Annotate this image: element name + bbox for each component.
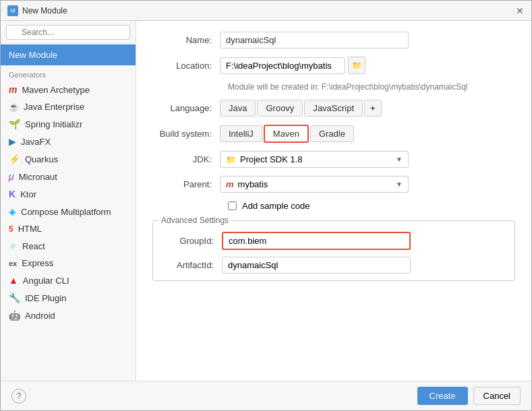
parent-label: Parent: — [152, 179, 220, 189]
lang-java-button[interactable]: Java — [220, 100, 256, 117]
lang-groovy-button[interactable]: Groovy — [257, 100, 303, 117]
react-icon: ⚛ — [9, 241, 18, 251]
close-button[interactable]: ✕ — [515, 6, 525, 15]
sidebar-item-label: Android — [25, 311, 55, 321]
maven-badge-icon: m — [226, 179, 234, 189]
java-icon: ☕ — [9, 102, 19, 112]
javafx-icon: ▶ — [9, 136, 16, 147]
build-button-group: IntelliJ Maven Gradle — [220, 125, 354, 143]
dialog-title: New Module — [22, 6, 67, 15]
groupid-input[interactable] — [222, 232, 411, 250]
browse-folder-button[interactable]: 📁 — [348, 57, 365, 74]
help-button[interactable]: ? — [11, 389, 26, 404]
sidebar-item-label: Ktor — [20, 189, 36, 199]
sidebar-item-label: Maven Archetype — [22, 85, 89, 95]
sidebar-item-compose-multiplatform[interactable]: ◈ Compose Multiplatform — [1, 203, 136, 220]
jdk-select[interactable]: 📁 Project SDK 1.8 ▼ — [220, 151, 409, 168]
advanced-settings-section: Advanced Settings GroupId: ArtifactId: — [152, 220, 515, 281]
build-maven-button[interactable]: Maven — [264, 125, 309, 143]
express-icon: ex — [9, 259, 17, 267]
sidebar-item-label: React — [22, 241, 45, 251]
maven-icon: m — [9, 84, 17, 95]
sidebar-item-label: Quarkus — [25, 154, 58, 164]
parent-dropdown-icon: ▼ — [396, 181, 403, 188]
title-bar: IJ New Module ✕ — [1, 1, 531, 21]
sidebar-item-label: Spring Initializr — [25, 119, 82, 129]
folder-icon: 📁 — [226, 155, 236, 164]
build-intellij-button[interactable]: IntelliJ — [220, 125, 262, 142]
right-panel: Name: Location: 📁 Module will be created… — [136, 21, 531, 381]
generators-label: Generators — [1, 65, 136, 81]
footer-actions: Create Cancel — [417, 387, 521, 405]
cancel-button[interactable]: Cancel — [473, 387, 521, 405]
sidebar-item-android[interactable]: 🤖 Android — [1, 307, 136, 324]
sidebar-item-label: HTML — [18, 224, 42, 234]
build-gradle-button[interactable]: Gradle — [310, 125, 354, 142]
name-input[interactable] — [220, 32, 409, 49]
sidebar-item-ktor[interactable]: K Ktor — [1, 185, 136, 203]
sidebar-item-maven-archetype[interactable]: m Maven Archetype — [1, 81, 136, 98]
name-label: Name: — [152, 35, 220, 45]
sidebar-item-quarkus[interactable]: ⚡ Quarkus — [1, 150, 136, 168]
dialog-footer: ? Create Cancel — [1, 381, 531, 410]
spring-icon: 🌱 — [9, 119, 20, 129]
app-icon: IJ — [7, 5, 18, 16]
android-icon: 🤖 — [9, 310, 20, 321]
artifactid-input[interactable] — [222, 257, 411, 274]
sidebar-item-javafx[interactable]: ▶ JavaFX — [1, 133, 136, 150]
language-button-group: Java Groovy JavaScript + — [220, 100, 382, 117]
language-label: Language: — [152, 103, 220, 113]
html-icon: 5 — [9, 224, 13, 234]
search-box — [1, 21, 136, 44]
ktor-icon: K — [9, 189, 16, 199]
sidebar-item-label: Angular CLI — [23, 276, 69, 286]
jdk-row: JDK: 📁 Project SDK 1.8 ▼ — [152, 151, 515, 168]
parent-select[interactable]: m mybatis ▼ — [220, 176, 409, 193]
advanced-settings-title: Advanced Settings — [158, 216, 231, 225]
new-module-dialog: IJ New Module ✕ New Module Generators m … — [0, 0, 532, 411]
jdk-label: JDK: — [152, 154, 220, 164]
parent-value: mybatis — [238, 179, 268, 189]
sidebar-item-spring-initializr[interactable]: 🌱 Spring Initializr — [1, 115, 136, 133]
ide-icon: 🔧 — [9, 292, 20, 303]
sidebar-item-new-module[interactable]: New Module — [1, 44, 136, 65]
sidebar-item-label: Java Enterprise — [24, 102, 84, 112]
groupid-label: GroupId: — [161, 236, 222, 246]
search-input[interactable] — [6, 25, 130, 40]
sidebar: New Module Generators m Maven Archetype … — [1, 21, 136, 381]
sidebar-item-label: JavaFX — [21, 137, 51, 147]
sidebar-item-label: Micronaut — [19, 172, 57, 182]
add-language-button[interactable]: + — [364, 100, 382, 117]
add-sample-code-checkbox[interactable] — [228, 201, 237, 210]
language-row: Language: Java Groovy JavaScript + — [152, 100, 515, 117]
sidebar-item-react[interactable]: ⚛ React — [1, 237, 136, 255]
sidebar-item-java-enterprise[interactable]: ☕ Java Enterprise — [1, 98, 136, 115]
angular-icon: ▲ — [9, 275, 18, 286]
lang-javascript-button[interactable]: JavaScript — [304, 100, 363, 117]
groupid-row: GroupId: — [161, 232, 506, 250]
sidebar-item-express[interactable]: ex Express — [1, 255, 136, 272]
location-input[interactable] — [220, 57, 345, 74]
sidebar-item-label: Express — [22, 258, 53, 268]
sample-code-row: Add sample code — [228, 201, 515, 211]
artifactid-label: ArtifactId: — [161, 260, 222, 270]
jdk-value: Project SDK 1.8 — [240, 154, 303, 164]
sidebar-item-ide-plugin[interactable]: 🔧 IDE Plugin — [1, 289, 136, 307]
sidebar-item-label: IDE Plugin — [25, 293, 66, 303]
build-label: Build system: — [152, 129, 220, 139]
compose-icon: ◈ — [9, 206, 16, 217]
quarkus-icon: ⚡ — [9, 154, 20, 164]
sidebar-item-html[interactable]: 5 HTML — [1, 220, 136, 237]
sidebar-item-label: Compose Multiplatform — [21, 207, 111, 217]
location-row: Location: 📁 — [152, 57, 515, 74]
create-button[interactable]: Create — [417, 387, 468, 405]
parent-row: Parent: m mybatis ▼ — [152, 176, 515, 193]
artifactid-row: ArtifactId: — [161, 257, 506, 274]
sidebar-item-micronaut[interactable]: μ Micronaut — [1, 168, 136, 185]
micronaut-icon: μ — [9, 171, 14, 182]
location-hint: Module will be created in: F:\ideaProjec… — [228, 82, 515, 92]
location-label: Location: — [152, 61, 220, 71]
sidebar-item-angular-cli[interactable]: ▲ Angular CLI — [1, 272, 136, 289]
build-system-row: Build system: IntelliJ Maven Gradle — [152, 125, 515, 143]
sample-code-label: Add sample code — [242, 201, 309, 211]
